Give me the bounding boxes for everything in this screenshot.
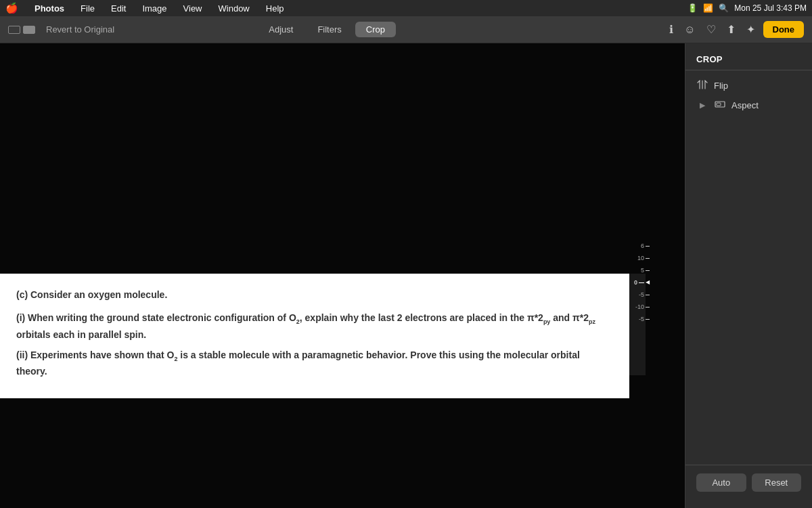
toolbar: Revert to Original Adjust Filters Crop ℹ…	[0, 16, 812, 43]
menu-right: 🔋 📶 🔍 Mon 25 Jul 3:43 PM	[687, 3, 807, 13]
menu-window[interactable]: Window	[216, 2, 252, 15]
info-icon[interactable]: ℹ	[667, 20, 676, 39]
grid-toggle[interactable]	[8, 26, 20, 34]
panel-title: CROP	[685, 51, 812, 70]
revert-button[interactable]: Revert to Original	[41, 22, 120, 37]
para2-text: (ii) Experiments have shown that O2 is a…	[16, 350, 580, 377]
para2: (ii) Experiments have shown that O2 is a…	[16, 347, 613, 379]
ruler-mark-10: 10	[637, 252, 650, 264]
crop-overlay-top	[0, 43, 685, 274]
section-heading: (c) Consider an oxygen molecule.	[16, 287, 613, 302]
more-icon[interactable]: ✦	[744, 20, 758, 39]
toolbar-center: Adjust Filters Crop	[258, 22, 396, 37]
ruler-mark-6: 6	[641, 240, 650, 252]
view-toggle	[8, 26, 35, 34]
share-icon[interactable]: ⬆	[724, 20, 738, 39]
apple-menu[interactable]: 🍎	[5, 2, 18, 14]
para1-text: (i) When writing the ground state electr…	[16, 312, 595, 339]
menu-bar: 🍎 Photos File Edit Image View Window Hel…	[0, 0, 812, 16]
heart-icon[interactable]: ♡	[704, 20, 719, 39]
menu-edit[interactable]: Edit	[108, 2, 129, 15]
app-name[interactable]: Photos	[32, 2, 67, 15]
ruler-mark-neg5: -5	[639, 289, 650, 301]
done-button[interactable]: Done	[763, 21, 805, 38]
panel-bottom: Auto Reset	[685, 465, 812, 500]
tab-crop[interactable]: Crop	[355, 22, 396, 37]
single-toggle[interactable]	[23, 26, 35, 34]
aspect-item[interactable]: ▶ Aspect	[685, 96, 812, 115]
clock: Mon 25 Jul 3:43 PM	[734, 3, 807, 13]
auto-button[interactable]: Auto	[696, 473, 746, 492]
menu-image[interactable]: Image	[139, 2, 169, 15]
para1: (i) When writing the ground state electr…	[16, 310, 613, 342]
reset-button[interactable]: Reset	[752, 473, 802, 492]
flip-icon	[696, 80, 708, 91]
ruler-mark-5: 5	[641, 264, 650, 276]
toolbar-right: ℹ ☺ ♡ ⬆ ✦ Done	[667, 20, 804, 39]
right-panel: CROP Flip ▶ Aspect Auto Reset	[685, 43, 812, 508]
svg-rect-1	[717, 103, 721, 106]
crop-overlay-right	[646, 274, 685, 375]
aspect-icon	[714, 100, 726, 111]
ruler-mark-0: 0 ◀	[634, 276, 650, 289]
search-icon[interactable]: 🔍	[719, 3, 729, 13]
menu-view[interactable]: View	[181, 2, 205, 15]
ruler-mark-neg5b: -5	[639, 313, 650, 325]
flip-label: Flip	[714, 81, 728, 91]
panel-divider	[685, 70, 812, 70]
canvas-area: (c) Consider an oxygen molecule. (i) Whe…	[0, 43, 685, 508]
ruler-mark-neg10: -10	[635, 301, 650, 313]
chevron-right-icon: ▶	[696, 101, 708, 110]
ruler-right: 6 10 5 0 ◀ -5 -10	[634, 240, 650, 325]
document-content: (c) Consider an oxygen molecule. (i) Whe…	[0, 274, 629, 398]
toolbar-left: Revert to Original	[8, 22, 120, 37]
aspect-label: Aspect	[731, 100, 759, 110]
smiley-icon[interactable]: ☺	[681, 21, 698, 39]
wifi-icon: 📶	[703, 3, 713, 13]
main-content: (c) Consider an oxygen molecule. (i) Whe…	[0, 43, 812, 508]
flip-item[interactable]: Flip	[685, 76, 812, 96]
menu-file[interactable]: File	[78, 2, 97, 15]
tab-adjust[interactable]: Adjust	[258, 22, 304, 37]
tab-filters[interactable]: Filters	[307, 22, 352, 37]
menu-help[interactable]: Help	[263, 2, 287, 15]
battery-icon: 🔋	[687, 3, 698, 13]
